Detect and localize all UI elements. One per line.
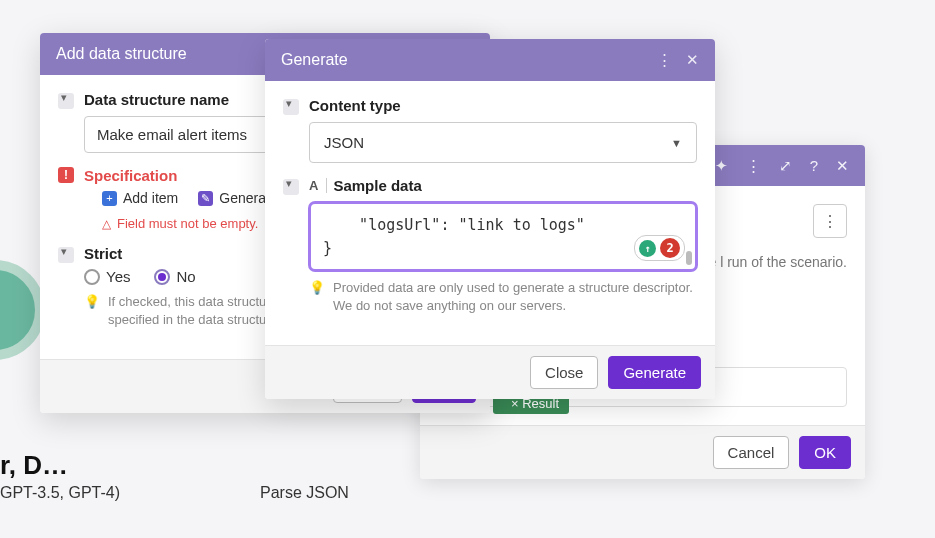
add-item-button[interactable]: + Add item [102,190,178,206]
kebab-icon[interactable]: ⋮ [657,51,672,69]
collapse-icon[interactable] [283,99,299,115]
content-type-value: JSON [324,134,364,151]
chevron-down-icon: ▼ [671,137,682,149]
generate-modal: Generate ⋮ ✕ Content type JSON ▼ A Sam [265,39,715,399]
radio-yes-label: Yes [106,268,130,285]
preview-footer: Cancel OK [420,425,865,479]
magic-icon[interactable]: ✦ [715,157,728,175]
radio-no-label: No [176,268,195,285]
radio-yes[interactable]: Yes [84,268,130,285]
sample-data-textarea[interactable]: "logsUrl": "link to logs" } 2 [309,202,697,271]
generate-header: Generate ⋮ ✕ [265,39,715,81]
kebab-icon[interactable]: ⋮ [746,157,761,175]
sample-line: "logsUrl": "link to logs" [323,214,683,237]
writing-assist-badge[interactable]: 2 [634,235,685,261]
menu-button[interactable]: ⋮ [813,204,847,238]
collapse-icon[interactable] [58,247,74,263]
ok-button[interactable]: OK [799,436,851,469]
bulb-icon: 💡 [309,279,325,297]
sample-hint-text: Provided data are only used to generate … [333,279,697,315]
radio-icon [84,269,100,285]
sample-line: } [323,237,683,260]
background-title: r, D… [0,450,68,481]
error-triangle-icon: △ [102,217,111,231]
background-node-circle [0,260,45,360]
close-button[interactable]: Close [530,356,598,389]
spec-label: Specification [84,167,177,184]
close-icon[interactable]: ✕ [686,51,699,69]
close-icon[interactable]: ✕ [836,157,849,175]
radio-no[interactable]: No [154,268,195,285]
background-subtitle: GPT-3.5, GPT-4) [0,484,120,502]
scrollbar[interactable] [686,251,692,265]
warning-icon: ! [58,167,74,183]
sample-hint: 💡 Provided data are only used to generat… [309,279,697,315]
collapse-icon[interactable] [283,179,299,195]
add-ds-title: Add data structure [56,45,187,63]
collapse-icon[interactable] [58,93,74,109]
content-type-select[interactable]: JSON ▼ [309,122,697,163]
add-item-label: Add item [123,190,178,206]
assist-count-badge: 2 [660,238,680,258]
generate-button[interactable]: Generate [608,356,701,389]
spec-error-text: Field must not be empty. [117,216,258,231]
wand-icon: ✎ [198,191,213,206]
assist-up-icon [639,240,656,257]
bulb-icon: 💡 [84,293,100,311]
generate-title: Generate [281,51,348,69]
sample-data-label: Sample data [333,177,421,194]
plus-icon: + [102,191,117,206]
cancel-button[interactable]: Cancel [713,436,790,469]
background-node-label: Parse JSON [260,484,349,502]
content-type-label: Content type [309,97,697,114]
help-icon[interactable]: ? [810,157,818,174]
format-a-icon[interactable]: A [309,178,327,193]
radio-icon [154,269,170,285]
expand-icon[interactable]: ⤢ [779,157,792,175]
